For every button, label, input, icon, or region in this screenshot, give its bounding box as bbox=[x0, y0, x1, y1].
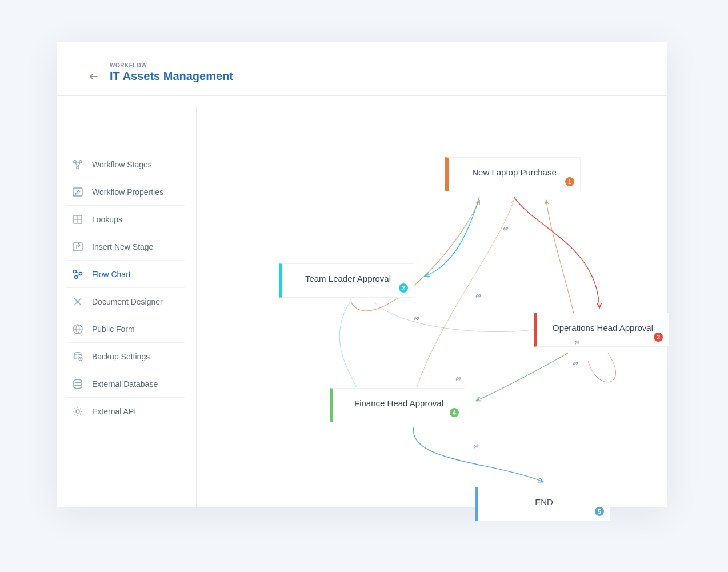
sidebar-item-label: Public Form bbox=[92, 325, 135, 334]
sidebar-item-label: Lookups bbox=[92, 215, 122, 224]
sidebar-item-label: Flow Chart bbox=[92, 270, 131, 279]
sidebar: Workflow StagesWorkflow PropertiesLookup… bbox=[66, 151, 185, 425]
globe-icon bbox=[71, 323, 84, 335]
sidebar-item-label: Insert New Stage bbox=[92, 242, 153, 251]
flow-node-3[interactable]: Operations Head Approval3 bbox=[534, 313, 669, 347]
database-icon bbox=[71, 378, 84, 390]
flow-node-badge: 4 bbox=[450, 408, 459, 417]
flow-icon bbox=[71, 268, 84, 281]
flow-node-badge: 5 bbox=[595, 507, 604, 516]
arrow-left-icon bbox=[89, 71, 99, 82]
sidebar-item-label: Backup Settings bbox=[92, 352, 150, 361]
link-icon[interactable] bbox=[473, 291, 483, 301]
sidebar-item-workflow-properties[interactable]: Workflow Properties bbox=[66, 178, 185, 206]
flow-node-label: Team Leader Approval bbox=[305, 274, 391, 283]
flow-node-label: Operations Head Approval bbox=[553, 323, 653, 333]
sidebar-item-label: External Database bbox=[92, 379, 158, 389]
flowchart-connectors bbox=[197, 96, 667, 507]
header: WORKFLOW IT Assets Management bbox=[57, 42, 667, 96]
sidebar-item-insert-new-stage[interactable]: Insert New Stage bbox=[66, 233, 185, 261]
sidebar-item-label: External API bbox=[92, 407, 136, 416]
link-icon[interactable] bbox=[501, 223, 511, 234]
flow-node-badge: 2 bbox=[399, 283, 408, 293]
flow-node-2[interactable]: Team Leader Approval2 bbox=[279, 263, 414, 298]
flow-node-badge: 3 bbox=[654, 333, 663, 342]
app-card: WORKFLOW IT Assets Management Workflow S… bbox=[57, 42, 667, 507]
stages-icon bbox=[71, 158, 84, 171]
sidebar-item-label: Workflow Properties bbox=[92, 187, 163, 197]
breadcrumb: WORKFLOW bbox=[110, 62, 233, 69]
flowchart-canvas[interactable]: New Laptop Purchase1Team Leader Approval… bbox=[197, 96, 667, 507]
flow-node-label: Finance Head Approval bbox=[354, 398, 443, 408]
flow-node-1[interactable]: New Laptop Purchase1 bbox=[445, 157, 581, 191]
page-title: IT Assets Management bbox=[110, 70, 233, 83]
sidebar-item-label: Document Designer bbox=[92, 297, 163, 306]
design-icon bbox=[71, 295, 84, 308]
link-icon[interactable] bbox=[572, 337, 582, 347]
insert-icon bbox=[71, 241, 84, 253]
sidebar-item-label: Workflow Stages bbox=[92, 160, 152, 169]
link-icon[interactable] bbox=[570, 358, 581, 369]
link-icon[interactable] bbox=[471, 441, 481, 451]
sidebar-item-lookups[interactable]: Lookups bbox=[66, 206, 185, 233]
sidebar-item-workflow-stages[interactable]: Workflow Stages bbox=[66, 151, 185, 178]
sidebar-item-flow-chart[interactable]: Flow Chart bbox=[66, 261, 185, 288]
pencil-icon bbox=[71, 186, 84, 198]
back-button[interactable] bbox=[86, 69, 102, 85]
sidebar-item-public-form[interactable]: Public Form bbox=[66, 315, 185, 343]
header-text: WORKFLOW IT Assets Management bbox=[110, 62, 233, 83]
flow-node-label: New Laptop Purchase bbox=[472, 167, 557, 177]
gear-icon bbox=[71, 405, 84, 418]
flow-node-5[interactable]: END5 bbox=[475, 487, 610, 521]
link-icon[interactable] bbox=[453, 374, 463, 384]
sidebar-item-document-designer[interactable]: Document Designer bbox=[66, 288, 185, 315]
sidebar-item-external-database[interactable]: External Database bbox=[66, 370, 185, 398]
sidebar-item-external-api[interactable]: External API bbox=[66, 398, 185, 425]
grid-icon bbox=[71, 213, 84, 226]
backup-icon bbox=[71, 350, 84, 363]
flow-node-label: END bbox=[535, 497, 553, 507]
flow-node-4[interactable]: Finance Head Approval4 bbox=[330, 388, 465, 422]
flow-node-badge: 1 bbox=[565, 177, 574, 186]
sidebar-item-backup-settings[interactable]: Backup Settings bbox=[66, 343, 185, 370]
link-icon[interactable] bbox=[411, 313, 422, 323]
